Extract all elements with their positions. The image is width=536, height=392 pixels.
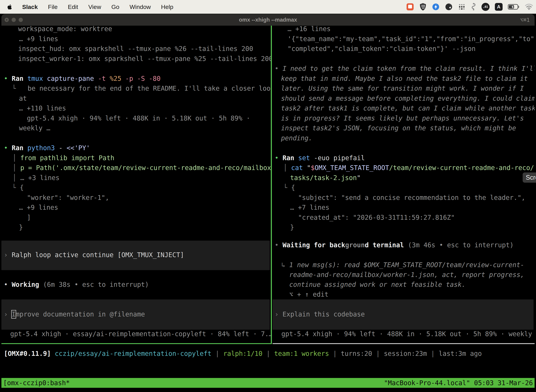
- tmux-status-bar: [omx-cczip0:bash* "MacBook-Pro-44.local"…: [1, 378, 535, 388]
- battery-icon[interactable]: [508, 4, 519, 10]
- terminal-line: "worker": "worker-1",: [27, 193, 109, 203]
- terminal-line: gpt-5.4 xhigh · essay/ai-reimplementatio…: [10, 329, 271, 339]
- left-pane-border: [1, 343, 271, 344]
- right-terminal-pane[interactable]: … +16 lines'{"team_name":"my-team","task…: [273, 26, 535, 344]
- terminal-line: weekly …: [19, 123, 50, 133]
- tmux-session-name: [omx-cczip0:bash*: [3, 379, 70, 387]
- menu-go[interactable]: Go: [111, 4, 119, 10]
- terminal-line: … +16 lines: [287, 26, 330, 34]
- window-title: omx --xhigh --madmax: [1, 14, 535, 26]
- terminal-line: • I need to get the claim token from the…: [275, 64, 535, 74]
- terminal-line: › Explain this codebase: [275, 309, 365, 319]
- left-terminal-pane[interactable]: workspace_mode: worktree… +9 linesinspec…: [1, 26, 271, 344]
- terminal-line: is in progress? It seems likely but perh…: [281, 113, 524, 123]
- terminal-line: └ be necessary for the end of the README…: [12, 84, 271, 93]
- terminal-line: inspect_hud: omx sparkshell --tmux-pane …: [18, 44, 253, 54]
- terminal-line: continue assigned work or next feasible …: [289, 280, 465, 289]
- menu-app-name[interactable]: Slack: [22, 4, 38, 10]
- terminal-line: │ … +3 lines: [13, 173, 59, 183]
- terminal-line: }: [19, 223, 23, 232]
- usage-61-icon[interactable]: ..61: [482, 3, 490, 11]
- dark-crescent-icon[interactable]: [445, 3, 453, 11]
- shield-grid-icon[interactable]: [419, 3, 427, 11]
- menubar-status-icons: ..61 A: [406, 3, 533, 11]
- terminal-line: … +110 lines: [19, 103, 66, 113]
- terminal-line: ⌥ + ↑ edit: [289, 289, 329, 299]
- input-source-icon[interactable]: A: [495, 3, 502, 11]
- terminal-line: inspect_worker-1: omx sparkshell --tmux-…: [18, 54, 271, 64]
- screen-overlay-badge[interactable]: Scre: [523, 173, 536, 183]
- blue-bolt-icon[interactable]: [432, 3, 440, 11]
- terminal-line: … +9 lines: [19, 203, 58, 213]
- terminal-line: "completed","claim_token":"claim-token"}…: [287, 44, 475, 54]
- terminal-line: … +9 lines: [19, 34, 58, 44]
- menu-help[interactable]: Help: [161, 4, 173, 10]
- pane-divider[interactable]: [271, 26, 272, 344]
- terminal-line: readme-and-reco/mailbox/worker-1.json, a…: [289, 270, 524, 280]
- window-title-bar[interactable]: omx --xhigh --madmax ⌥⌘1: [1, 14, 535, 26]
- terminal-line: gpt-5.4 xhigh · 94% left · 488K in · 5.1…: [27, 113, 250, 123]
- terminal-line: at: [19, 93, 27, 103]
- terminal-line: │ p = Path('.omx/state/team/review-curre…: [13, 163, 271, 173]
- menu-view[interactable]: View: [88, 4, 101, 10]
- terminal-line: │ cat "$OMX_TEAM_STATE_ROOT/team/review-…: [283, 163, 534, 173]
- terminal-line: }: [290, 223, 294, 232]
- dots-grid-icon[interactable]: [458, 3, 466, 11]
- apple-menu-icon[interactable]: [7, 4, 13, 10]
- terminal-line: › Improve documentation in @filename: [4, 309, 145, 319]
- terminal-line: "created_at": "2026-03-31T11:59:27.816Z": [298, 213, 455, 223]
- menu-edit[interactable]: Edit: [68, 4, 78, 10]
- terminal-line: workspace_mode: worktree: [18, 26, 112, 34]
- macos-menu-bar: Slack File Edit View Go Window Help: [0, 0, 536, 14]
- terminal-line: │ from pathlib import Path: [13, 153, 114, 163]
- terminal-line: • Working (6m 38s • esc to interrupt): [4, 280, 149, 289]
- terminal-line: • Waiting for background terminal (3m 46…: [275, 240, 514, 250]
- right-pane-border: [273, 343, 535, 344]
- terminal-line: pending.: [281, 133, 312, 143]
- terminal-line: tasks/task-2.json": [290, 173, 361, 183]
- terminal-line: › Ralph loop active continue [OMX_TMUX_I…: [4, 250, 184, 260]
- terminal-line: ]: [27, 213, 31, 223]
- orange-chat-icon[interactable]: [406, 3, 414, 11]
- terminal-line: ↳ 1 new msg(s): read $OMX_TEAM_STATE_ROO…: [281, 260, 524, 270]
- tmux-host-clock: "MacBook-Pro-44.local" 05:03 31-Mar-26: [384, 379, 533, 387]
- menu-window[interactable]: Window: [129, 4, 151, 10]
- terminal-line: "subject": "send a concise recommendatio…: [298, 193, 525, 203]
- terminal-line: inspect task2's JSON, focusing on the st…: [281, 123, 516, 133]
- terminal-line: keep that in mind. Maybe I also need the…: [281, 74, 528, 84]
- terminal-line: • Ran set -euo pipefail: [275, 153, 365, 163]
- terminal-line: └ {: [283, 183, 295, 193]
- terminal-line: … +7 lines: [290, 203, 329, 213]
- squiggle-icon[interactable]: [471, 3, 476, 11]
- window-shortcut-hint: ⌥⌘1: [520, 14, 530, 26]
- terminal-line: gpt-5.4 xhigh · 94% left · 488K in · 5.1…: [281, 329, 535, 339]
- terminal-line: later. Using the same for transition mig…: [281, 84, 524, 93]
- terminal-line: • Ran python3 - <<'PY': [4, 143, 90, 153]
- terminal-line: └ {: [12, 183, 24, 193]
- terminal-line: '{"team_name":"my-team","task_id":"1","f…: [287, 34, 535, 44]
- terminal-line: task2 after task1 is complete, but can I…: [281, 103, 535, 113]
- menu-file[interactable]: File: [48, 4, 58, 10]
- terminal-line: • Ran tmux capture-pane -t %25 -p -S -80: [4, 74, 161, 84]
- wifi-icon[interactable]: [525, 4, 533, 10]
- terminal-line: should send a message before completing …: [281, 93, 535, 103]
